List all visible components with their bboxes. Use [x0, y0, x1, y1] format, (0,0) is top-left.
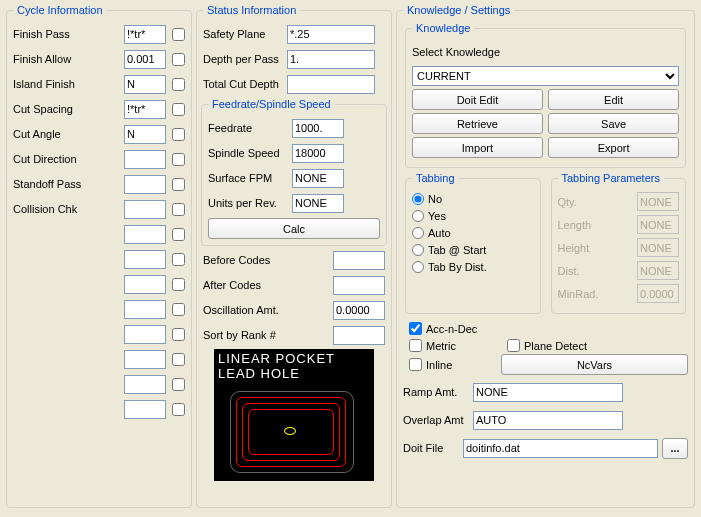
cycle-check-15[interactable]	[172, 403, 185, 416]
metric-checkbox[interactable]	[409, 339, 422, 352]
status-legend: Status Information	[203, 4, 300, 16]
total-cut-depth-input[interactable]	[287, 75, 375, 94]
tabparams-legend: Tabbing Parameters	[558, 172, 664, 184]
knowledge-group-legend: Knowledge	[412, 22, 474, 34]
tabparam-input-0	[637, 192, 679, 211]
cycle-check-14[interactable]	[172, 378, 185, 391]
surface-fpm-label: Surface FPM	[208, 172, 292, 184]
cycle-check-3[interactable]	[172, 103, 185, 116]
export-button[interactable]: Export	[548, 137, 679, 158]
tabparam-input-1	[637, 215, 679, 234]
retrieve-button[interactable]: Retrieve	[412, 113, 543, 134]
cycle-input-9[interactable]	[124, 250, 166, 269]
tabbing-radio-2[interactable]	[412, 227, 424, 239]
cycle-input-5[interactable]	[124, 150, 166, 169]
edit-button[interactable]: Edit	[548, 89, 679, 110]
tabparam-label-0: Qty.	[558, 196, 577, 208]
cycle-input-2[interactable]	[124, 75, 166, 94]
cycle-input-15[interactable]	[124, 400, 166, 419]
cycle-check-4[interactable]	[172, 128, 185, 141]
tabbing-option-3: Tab @ Start	[428, 244, 486, 256]
doit-edit-button[interactable]: Doit Edit	[412, 89, 543, 110]
tabparam-label-4: MinRad.	[558, 288, 599, 300]
cycle-check-9[interactable]	[172, 253, 185, 266]
preview-image: LINEAR POCKET LEAD HOLE	[214, 349, 374, 481]
cycle-check-10[interactable]	[172, 278, 185, 291]
cycle-label-0: Finish Pass	[13, 28, 85, 40]
cycle-input-13[interactable]	[124, 350, 166, 369]
cycle-check-6[interactable]	[172, 178, 185, 191]
tabparam-input-4	[637, 284, 679, 303]
safety-plane-label: Safety Plane	[203, 28, 287, 40]
overlap-input[interactable]	[473, 411, 623, 430]
cycle-input-7[interactable]	[124, 200, 166, 219]
tabbing-radio-1[interactable]	[412, 210, 424, 222]
sort-label: Sort by Rank #	[203, 329, 287, 341]
cycle-input-11[interactable]	[124, 300, 166, 319]
cycle-label-2: Island Finish	[13, 78, 85, 90]
cycle-check-1[interactable]	[172, 53, 185, 66]
knowledge-select[interactable]: CURRENT	[412, 66, 679, 86]
after-codes-input[interactable]	[333, 276, 385, 295]
cycle-input-6[interactable]	[124, 175, 166, 194]
cycle-input-8[interactable]	[124, 225, 166, 244]
cycle-input-0[interactable]	[124, 25, 166, 44]
cycle-input-3[interactable]	[124, 100, 166, 119]
tabparam-input-3	[637, 261, 679, 280]
browse-button[interactable]: ...	[662, 438, 688, 459]
before-codes-input[interactable]	[333, 251, 385, 270]
cycle-input-12[interactable]	[124, 325, 166, 344]
sort-input[interactable]	[333, 326, 385, 345]
osc-input[interactable]	[333, 301, 385, 320]
cycle-input-1[interactable]	[124, 50, 166, 69]
cycle-check-11[interactable]	[172, 303, 185, 316]
overlap-label: Overlap Amt	[403, 414, 473, 426]
metric-label: Metric	[426, 340, 456, 352]
cycle-check-0[interactable]	[172, 28, 185, 41]
cycle-legend: Cycle Information	[13, 4, 107, 16]
tabbing-radio-3[interactable]	[412, 244, 424, 256]
before-codes-label: Before Codes	[203, 254, 287, 266]
import-button[interactable]: Import	[412, 137, 543, 158]
cycle-check-5[interactable]	[172, 153, 185, 166]
ramp-input[interactable]	[473, 383, 623, 402]
ncvars-button[interactable]: NcVars	[501, 354, 688, 375]
safety-plane-input[interactable]	[287, 25, 375, 44]
calc-button[interactable]: Calc	[208, 218, 380, 239]
inline-checkbox[interactable]	[409, 358, 422, 371]
save-button[interactable]: Save	[548, 113, 679, 134]
preview-title-1: LINEAR POCKET	[218, 351, 370, 366]
tabparam-input-2	[637, 238, 679, 257]
feedrate-group-legend: Feedrate/Spindle Speed	[208, 98, 335, 110]
feedrate-input[interactable]	[292, 119, 344, 138]
accndec-checkbox[interactable]	[409, 322, 422, 335]
units-rev-input[interactable]	[292, 194, 344, 213]
cycle-input-10[interactable]	[124, 275, 166, 294]
doit-file-label: Doit File	[403, 442, 463, 454]
plane-checkbox[interactable]	[507, 339, 520, 352]
spindle-label: Spindle Speed	[208, 147, 292, 159]
cycle-check-12[interactable]	[172, 328, 185, 341]
tabparam-label-3: Dist.	[558, 265, 580, 277]
surface-fpm-input[interactable]	[292, 169, 344, 188]
tabbing-radio-0[interactable]	[412, 193, 424, 205]
cycle-input-4[interactable]	[124, 125, 166, 144]
depth-per-pass-input[interactable]	[287, 50, 375, 69]
tabparam-label-2: Height	[558, 242, 590, 254]
cycle-check-7[interactable]	[172, 203, 185, 216]
accndec-label: Acc-n-Dec	[426, 323, 477, 335]
cycle-check-8[interactable]	[172, 228, 185, 241]
tabbing-option-4: Tab By Dist.	[428, 261, 487, 273]
cycle-label-7: Collision Chk	[13, 203, 85, 215]
cycle-check-2[interactable]	[172, 78, 185, 91]
spindle-input[interactable]	[292, 144, 344, 163]
preview-title-2: LEAD HOLE	[218, 366, 370, 381]
tabparam-label-1: Length	[558, 219, 592, 231]
tabbing-legend: Tabbing	[412, 172, 459, 184]
tabbing-option-1: Yes	[428, 210, 446, 222]
cycle-input-14[interactable]	[124, 375, 166, 394]
doit-file-input[interactable]	[463, 439, 658, 458]
tabbing-radio-4[interactable]	[412, 261, 424, 273]
select-knowledge-label: Select Knowledge	[412, 46, 500, 58]
cycle-check-13[interactable]	[172, 353, 185, 366]
